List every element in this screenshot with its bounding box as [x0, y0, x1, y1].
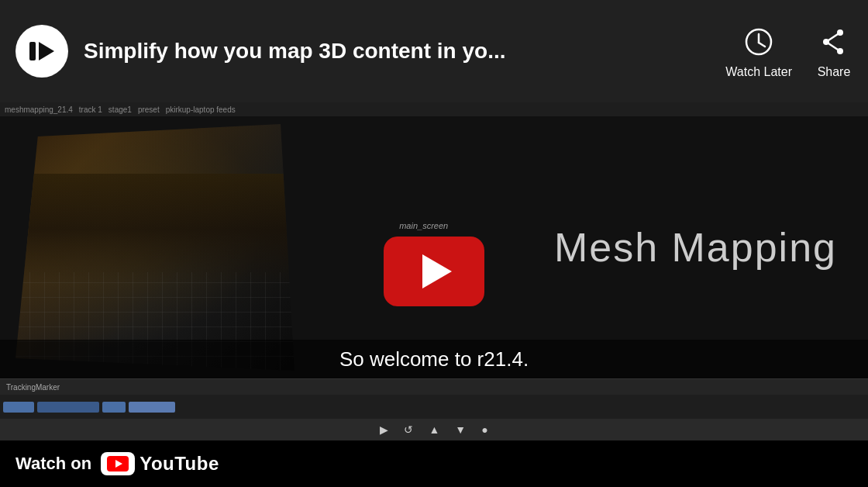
svg-point-5 [837, 29, 843, 36]
play-triangle-icon [422, 254, 452, 288]
timeline-block-4 [129, 402, 175, 413]
toolbar-stage: stage1 [108, 105, 132, 114]
video-header: Simplify how you map 3D content in yo...… [0, 0, 868, 102]
timeline-marker-button[interactable]: ● [481, 423, 487, 436]
toolbar-track: track 1 [79, 105, 102, 114]
timeline-controls: ▶ ↺ ▲ ▼ ● [0, 419, 868, 440]
share-label: Share [818, 65, 851, 79]
trees-silhouette [16, 174, 294, 285]
share-button[interactable]: Share [815, 23, 852, 79]
svg-marker-1 [39, 42, 54, 60]
clock-icon [740, 23, 777, 60]
main-screen-label: main_screen [399, 221, 448, 230]
share-icon [815, 23, 852, 60]
timeline-up-button[interactable]: ▲ [429, 423, 439, 436]
youtube-icon [101, 452, 135, 475]
software-toolbar: meshmapping_21.4 track 1 stage1 preset p… [0, 102, 868, 116]
timeline-label: TrackingMarker [0, 379, 868, 395]
subtitle-text: So welcome to r21.4. [339, 347, 529, 371]
toolbar-filename: meshmapping_21.4 [5, 105, 73, 114]
youtube-logo-button[interactable]: YouTube [101, 452, 219, 475]
video-area: meshmapping_21.4 track 1 stage1 preset p… [0, 102, 868, 440]
youtube-wordmark: YouTube [140, 453, 219, 475]
toolbar-feed: pkirkup-laptop feeds [166, 105, 236, 114]
watch-on-text: Watch on [16, 454, 91, 474]
curved-screen [16, 124, 294, 371]
timeline-play-button[interactable]: ▶ [380, 423, 388, 436]
header-actions: Watch Later Share [725, 23, 852, 79]
curved-screen-inner [16, 124, 294, 371]
watch-later-button[interactable]: Watch Later [725, 23, 792, 79]
timeline-block-2 [37, 402, 99, 413]
bottom-bar: Watch on YouTube [0, 440, 868, 487]
timeline-block-3 [102, 402, 126, 413]
watch-later-label: Watch Later [725, 65, 792, 79]
timeline-down-button[interactable]: ▼ [455, 423, 466, 436]
subtitle-bar: So welcome to r21.4. [0, 340, 868, 378]
channel-logo[interactable] [16, 25, 68, 78]
timeline-block-1 [3, 402, 34, 413]
svg-point-7 [823, 39, 829, 45]
disguise-logo-icon [25, 34, 59, 68]
video-background: meshmapping_21.4 track 1 stage1 preset p… [0, 102, 868, 440]
timeline-track [0, 395, 868, 419]
video-title: Simplify how you map 3D content in yo... [84, 39, 710, 64]
play-button[interactable] [384, 237, 484, 306]
play-button-wrap[interactable] [384, 237, 484, 306]
svg-point-6 [837, 48, 843, 54]
timeline-bar: TrackingMarker ▶ ↺ ▲ ▼ ● [0, 378, 868, 440]
mesh-mapping-text: Mesh Mapping [554, 224, 837, 271]
timeline-rewind-button[interactable]: ↺ [404, 423, 413, 436]
svg-rect-0 [29, 42, 36, 60]
toolbar-preset: preset [138, 105, 160, 114]
svg-line-4 [759, 43, 765, 47]
